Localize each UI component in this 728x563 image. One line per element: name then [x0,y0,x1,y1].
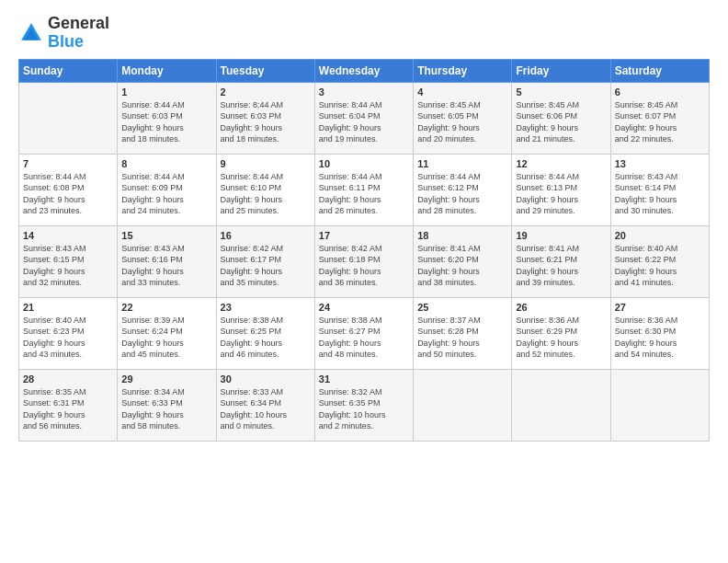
calendar-cell: 13Sunrise: 8:43 AM Sunset: 6:14 PM Dayli… [610,154,709,225]
day-number: 22 [121,302,211,313]
calendar-cell: 29Sunrise: 8:34 AM Sunset: 6:33 PM Dayli… [118,369,216,441]
day-number: 4 [417,86,507,98]
calendar-cell: 17Sunrise: 8:42 AM Sunset: 6:18 PM Dayli… [314,225,413,297]
calendar-cell: 7Sunrise: 8:44 AM Sunset: 6:08 PM Daylig… [19,154,118,225]
day-header-friday: Friday [512,59,610,82]
calendar-cell: 9Sunrise: 8:44 AM Sunset: 6:10 PM Daylig… [216,154,314,225]
day-number: 31 [319,373,409,385]
calendar-cell: 24Sunrise: 8:38 AM Sunset: 6:27 PM Dayli… [314,297,413,369]
day-number: 5 [516,86,606,98]
day-info: Sunrise: 8:44 AM Sunset: 6:10 PM Dayligh… [221,171,311,217]
day-number: 26 [516,302,606,313]
day-info: Sunrise: 8:43 AM Sunset: 6:16 PM Dayligh… [121,243,211,289]
calendar-cell: 25Sunrise: 8:37 AM Sunset: 6:28 PM Dayli… [414,297,512,369]
day-number: 9 [221,158,311,169]
day-number: 25 [417,302,507,313]
calendar-cell: 27Sunrise: 8:36 AM Sunset: 6:30 PM Dayli… [610,297,709,369]
day-info: Sunrise: 8:42 AM Sunset: 6:17 PM Dayligh… [221,243,311,289]
day-info: Sunrise: 8:41 AM Sunset: 6:20 PM Dayligh… [417,243,507,289]
calendar-cell: 31Sunrise: 8:32 AM Sunset: 6:35 PM Dayli… [314,369,413,441]
day-number: 27 [615,302,705,313]
week-row-3: 14Sunrise: 8:43 AM Sunset: 6:15 PM Dayli… [19,225,710,297]
logo-text: General Blue [48,15,109,52]
day-info: Sunrise: 8:44 AM Sunset: 6:03 PM Dayligh… [121,99,211,145]
week-row-5: 28Sunrise: 8:35 AM Sunset: 6:31 PM Dayli… [19,369,710,441]
calendar-cell: 2Sunrise: 8:44 AM Sunset: 6:03 PM Daylig… [216,82,314,154]
day-info: Sunrise: 8:32 AM Sunset: 6:35 PM Dayligh… [319,386,409,432]
day-info: Sunrise: 8:44 AM Sunset: 6:04 PM Dayligh… [319,99,409,145]
calendar-cell: 19Sunrise: 8:41 AM Sunset: 6:21 PM Dayli… [512,225,610,297]
day-header-tuesday: Tuesday [216,59,314,82]
calendar-cell: 23Sunrise: 8:38 AM Sunset: 6:25 PM Dayli… [216,297,314,369]
day-number: 16 [221,230,311,241]
week-row-4: 21Sunrise: 8:40 AM Sunset: 6:23 PM Dayli… [19,297,710,369]
day-number: 15 [121,230,211,241]
calendar-cell: 8Sunrise: 8:44 AM Sunset: 6:09 PM Daylig… [118,154,216,225]
calendar-cell: 28Sunrise: 8:35 AM Sunset: 6:31 PM Dayli… [19,369,118,441]
day-number: 12 [516,158,606,169]
day-number: 30 [221,373,311,385]
day-info: Sunrise: 8:36 AM Sunset: 6:29 PM Dayligh… [516,315,606,361]
day-info: Sunrise: 8:43 AM Sunset: 6:15 PM Dayligh… [23,243,113,289]
day-info: Sunrise: 8:39 AM Sunset: 6:24 PM Dayligh… [121,315,211,361]
day-info: Sunrise: 8:41 AM Sunset: 6:21 PM Dayligh… [516,243,606,289]
calendar-table: SundayMondayTuesdayWednesdayThursdayFrid… [18,59,710,442]
day-info: Sunrise: 8:44 AM Sunset: 6:13 PM Dayligh… [516,171,606,217]
day-info: Sunrise: 8:45 AM Sunset: 6:05 PM Dayligh… [417,99,507,145]
header-row: SundayMondayTuesdayWednesdayThursdayFrid… [19,59,710,82]
day-number: 14 [23,230,113,241]
day-header-thursday: Thursday [414,59,512,82]
day-info: Sunrise: 8:45 AM Sunset: 6:07 PM Dayligh… [615,99,705,145]
day-info: Sunrise: 8:43 AM Sunset: 6:14 PM Dayligh… [615,171,705,217]
day-number: 28 [23,373,113,385]
day-info: Sunrise: 8:37 AM Sunset: 6:28 PM Dayligh… [417,315,507,361]
logo-icon [18,20,44,46]
day-number: 3 [319,86,409,98]
day-number: 17 [319,230,409,241]
header: General Blue [18,15,710,52]
calendar-cell: 1Sunrise: 8:44 AM Sunset: 6:03 PM Daylig… [118,82,216,154]
day-info: Sunrise: 8:34 AM Sunset: 6:33 PM Dayligh… [121,386,211,432]
day-info: Sunrise: 8:44 AM Sunset: 6:08 PM Dayligh… [23,171,113,217]
calendar-cell: 15Sunrise: 8:43 AM Sunset: 6:16 PM Dayli… [118,225,216,297]
day-number: 6 [615,86,705,98]
calendar-cell: 18Sunrise: 8:41 AM Sunset: 6:20 PM Dayli… [414,225,512,297]
calendar-cell: 21Sunrise: 8:40 AM Sunset: 6:23 PM Dayli… [19,297,118,369]
day-number: 13 [615,158,705,169]
week-row-1: 1Sunrise: 8:44 AM Sunset: 6:03 PM Daylig… [19,82,710,154]
day-header-wednesday: Wednesday [314,59,413,82]
calendar-cell [19,82,118,154]
page: General Blue SundayMondayTuesdayWednesda… [0,0,728,563]
day-info: Sunrise: 8:38 AM Sunset: 6:27 PM Dayligh… [319,315,409,361]
day-number: 18 [417,230,507,241]
week-row-2: 7Sunrise: 8:44 AM Sunset: 6:08 PM Daylig… [19,154,710,225]
day-info: Sunrise: 8:45 AM Sunset: 6:06 PM Dayligh… [516,99,606,145]
calendar-cell: 5Sunrise: 8:45 AM Sunset: 6:06 PM Daylig… [512,82,610,154]
calendar-cell: 11Sunrise: 8:44 AM Sunset: 6:12 PM Dayli… [414,154,512,225]
calendar-cell: 4Sunrise: 8:45 AM Sunset: 6:05 PM Daylig… [414,82,512,154]
calendar-cell: 12Sunrise: 8:44 AM Sunset: 6:13 PM Dayli… [512,154,610,225]
day-number: 8 [121,158,211,169]
day-info: Sunrise: 8:36 AM Sunset: 6:30 PM Dayligh… [615,315,705,361]
day-info: Sunrise: 8:44 AM Sunset: 6:03 PM Dayligh… [221,99,311,145]
day-header-sunday: Sunday [19,59,118,82]
calendar-cell [610,369,709,441]
day-info: Sunrise: 8:44 AM Sunset: 6:09 PM Dayligh… [121,171,211,217]
day-number: 2 [221,86,311,98]
calendar-cell [512,369,610,441]
day-info: Sunrise: 8:42 AM Sunset: 6:18 PM Dayligh… [319,243,409,289]
calendar-cell: 22Sunrise: 8:39 AM Sunset: 6:24 PM Dayli… [118,297,216,369]
day-number: 21 [23,302,113,313]
day-info: Sunrise: 8:40 AM Sunset: 6:23 PM Dayligh… [23,315,113,361]
day-number: 24 [319,302,409,313]
day-info: Sunrise: 8:33 AM Sunset: 6:34 PM Dayligh… [221,386,311,432]
day-number: 19 [516,230,606,241]
day-info: Sunrise: 8:38 AM Sunset: 6:25 PM Dayligh… [221,315,311,361]
day-number: 11 [417,158,507,169]
calendar-cell: 6Sunrise: 8:45 AM Sunset: 6:07 PM Daylig… [610,82,709,154]
calendar-cell: 3Sunrise: 8:44 AM Sunset: 6:04 PM Daylig… [314,82,413,154]
calendar-cell: 16Sunrise: 8:42 AM Sunset: 6:17 PM Dayli… [216,225,314,297]
day-number: 7 [23,158,113,169]
day-number: 29 [121,373,211,385]
day-info: Sunrise: 8:44 AM Sunset: 6:11 PM Dayligh… [319,171,409,217]
